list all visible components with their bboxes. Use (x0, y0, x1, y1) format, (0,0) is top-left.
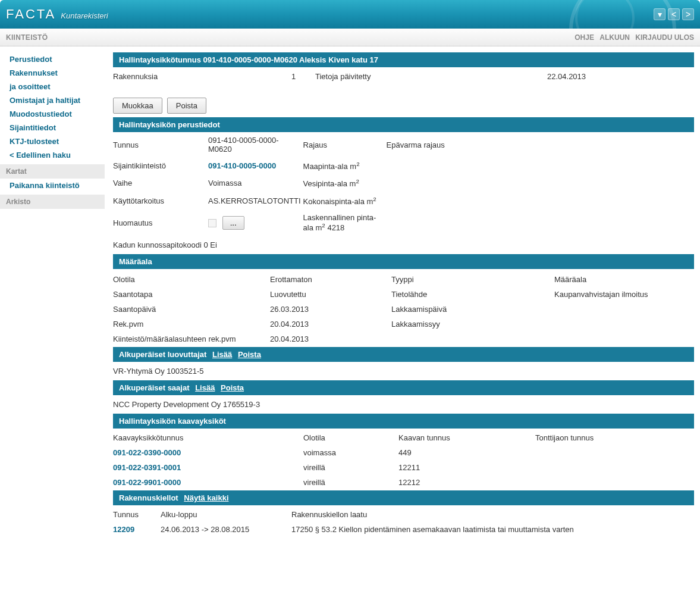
rk-show-all[interactable]: Näytä kaikki (184, 493, 228, 502)
label-tyyppi: Tyyppi (391, 275, 552, 284)
section-luovuttajat-title: Alkuperäiset luovuttajat (119, 350, 206, 359)
app-top-bar: FACTA Kuntarekisteri ▾ < > (0, 0, 700, 29)
ky-head-olotila: Olotila (303, 433, 398, 442)
rk-row-laatu: 17250 § 53.2 Kiellon pidentäminen asemak… (291, 525, 694, 534)
value-kayttotarkoitus: AS.KERROSTALOTONTTI (208, 192, 303, 209)
label-maapinta: Maapinta-ala m2 (303, 157, 387, 174)
ky-row-kaavan: 12212 (398, 478, 535, 487)
ky-row-kaavan: 12211 (398, 463, 535, 472)
ky-row-olotila: vireillä (303, 463, 398, 472)
ky-row-tontti (535, 478, 694, 487)
ky-head-tonttijaon: Tonttijaon tunnus (535, 433, 694, 442)
sidebar-item-paikanna[interactable]: Paikanna kiinteistö (0, 179, 105, 192)
value-vaihe: Voimassa (208, 174, 303, 192)
label-laskennallinen: Laskennallinen pinta-ala m2 4218 (303, 209, 387, 236)
label-km-rekpvm: Kiinteistö/määräalasuhteen rek.pvm (113, 334, 268, 343)
ky-head-tunnus: Kaavayksikkötunnus (113, 433, 303, 442)
summary-rakennuksia-label: Rakennuksia (113, 72, 291, 81)
label-vesipinta: Vesipinta-ala m2 (303, 174, 387, 192)
brand-subtitle: Kuntarekisteri (61, 11, 108, 20)
label-kokonaispinta: Kokonaispinta-ala m2 (303, 192, 387, 209)
sidebar-item-perustiedot[interactable]: Perustiedot (0, 52, 105, 66)
sidebar-item-ktj[interactable]: KTJ-tulosteet (0, 135, 105, 148)
ky-row-kaavan: 449 (398, 448, 535, 457)
huomautus-more-button[interactable]: ... (222, 216, 244, 230)
ky-row-tontti (535, 463, 694, 472)
value-tunnus: 091-410-0005-0000-M0620 (208, 132, 303, 157)
nav-back-icon[interactable]: < (668, 8, 680, 20)
value-rekpvm: 20.04.2013 (270, 320, 389, 329)
summary-paivitetty-value: 22.04.2013 (547, 72, 586, 81)
menu-section-label: KIINTEISTÖ (6, 33, 48, 42)
sidebar-group-kartat: Kartat (0, 164, 105, 179)
saajat-delete[interactable]: Poista (221, 383, 244, 392)
value-olotila: Erottamaton (270, 275, 389, 284)
ky-row-link[interactable]: 091-022-0391-0001 (113, 463, 181, 472)
app-logo: FACTA Kuntarekisteri (6, 7, 108, 22)
saajat-add[interactable]: Lisää (195, 383, 215, 392)
rk-head-tunnus: Tunnus (113, 510, 161, 519)
content-area: Hallintayksikkötunnus 091-410-0005-0000-… (105, 46, 700, 543)
value-tyyppi: Määräala (554, 275, 694, 284)
sidebar-item-rakennukset[interactable]: Rakennukset (0, 66, 105, 80)
luovuttajat-delete[interactable]: Poista (238, 350, 261, 359)
edit-button[interactable]: Muokkaa (113, 98, 162, 114)
label-tietolahde: Tietolähde (391, 290, 552, 299)
label-saantotapa: Saantotapa (113, 290, 268, 299)
section-perustiedot: Hallintayksikön perustiedot (113, 117, 694, 132)
menu-home[interactable]: ALKUUN (599, 33, 630, 42)
menu-logout[interactable]: KIRJAUDU ULOS (635, 33, 694, 42)
menu-bar: KIINTEISTÖ OHJE ALKUUN KIRJAUDU ULOS (0, 29, 700, 46)
label-rekpvm: Rek.pvm (113, 320, 268, 329)
luovuttajat-add[interactable]: Lisää (212, 350, 232, 359)
ky-row-olotila: voimassa (303, 448, 398, 457)
sidebar: Perustiedot Rakennukset ja osoitteet Omi… (0, 46, 105, 209)
sidebar-item-edellinen[interactable]: < Edellinen haku (0, 148, 105, 162)
section-kaavayksikot: Hallintayksikön kaavayksiköt (113, 414, 694, 429)
top-nav-controls: ▾ < > (654, 8, 694, 20)
label-vaihe: Vaihe (113, 174, 208, 192)
section-rk-title: Rakennuskiellot (119, 493, 178, 502)
rk-head-alkuloppu: Alku-loppu (161, 510, 291, 519)
sidebar-item-omistajat[interactable]: Omistajat ja haltijat (0, 93, 105, 107)
label-saantopaiva: Saantopäivä (113, 305, 268, 314)
label-lakkaamissyy: Lakkaamissyy (391, 320, 552, 329)
section-maaraala: Määräala (113, 254, 694, 269)
rk-row-alkuloppu: 24.06.2013 -> 28.08.2015 (161, 525, 291, 534)
page-title-bar: Hallintayksikkötunnus 091-410-0005-0000-… (113, 52, 694, 67)
label-sijaintikiinteisto: Sijaintikiinteistö (113, 157, 208, 174)
kadun-kunnossapito-row: Kadun kunnossapitokoodi 0 Ei (113, 236, 694, 254)
sidebar-item-osoitteet[interactable]: ja osoitteet (0, 80, 105, 93)
brand-name: FACTA (6, 7, 56, 22)
label-olotila: Olotila (113, 275, 268, 284)
menu-help[interactable]: OHJE (575, 33, 594, 42)
sidebar-item-muodostus[interactable]: Muodostustiedot (0, 107, 105, 121)
nav-forward-icon[interactable]: > (682, 8, 694, 20)
label-rajaus: Rajaus (303, 132, 387, 157)
sidebar-group-arkisto: Arkisto (0, 195, 105, 209)
ky-row-link[interactable]: 091-022-0390-0000 (113, 448, 181, 457)
value-laskennallinen: 4218 (327, 223, 344, 232)
value-saantopaiva: 26.03.2013 (270, 305, 389, 314)
value-tietolahde: Kaupanvahvistajan ilmoitus (554, 290, 694, 299)
rk-row-link[interactable]: 12209 (113, 525, 134, 534)
label-lakkaamispaiva: Lakkaamispäivä (391, 305, 552, 314)
delete-button[interactable]: Poista (167, 98, 206, 114)
summary-paivitetty-label: Tietoja päivitetty (315, 72, 547, 81)
ky-row-link[interactable]: 091-022-9901-0000 (113, 478, 181, 487)
section-saajat-title: Alkuperäiset saajat (119, 383, 190, 392)
dropdown-icon[interactable]: ▾ (654, 8, 666, 20)
luovuttaja-row: VR-Yhtymä Oy 1003521-5 (113, 362, 694, 380)
section-saajat: Alkuperäiset saajat Lisää Poista (113, 380, 694, 395)
section-rakennuskiellot: Rakennuskiellot Näytä kaikki (113, 490, 694, 505)
ky-head-kaavan: Kaavan tunnus (398, 433, 535, 442)
rk-head-laatu: Rakennuskiellon laatu (291, 510, 694, 519)
link-sijaintikiinteisto[interactable]: 091-410-0005-0000 (208, 161, 276, 170)
value-km-rekpvm: 20.04.2013 (270, 334, 389, 343)
section-luovuttajat: Alkuperäiset luovuttajat Lisää Poista (113, 347, 694, 362)
huomautus-checkbox[interactable] (208, 219, 216, 227)
sidebar-item-sijainti[interactable]: Sijaintitiedot (0, 121, 105, 135)
label-tunnus: Tunnus (113, 132, 208, 157)
page-title: Hallintayksikkötunnus 091-410-0005-0000-… (119, 55, 378, 64)
value-rajaus: Epävarma rajaus (387, 132, 694, 157)
